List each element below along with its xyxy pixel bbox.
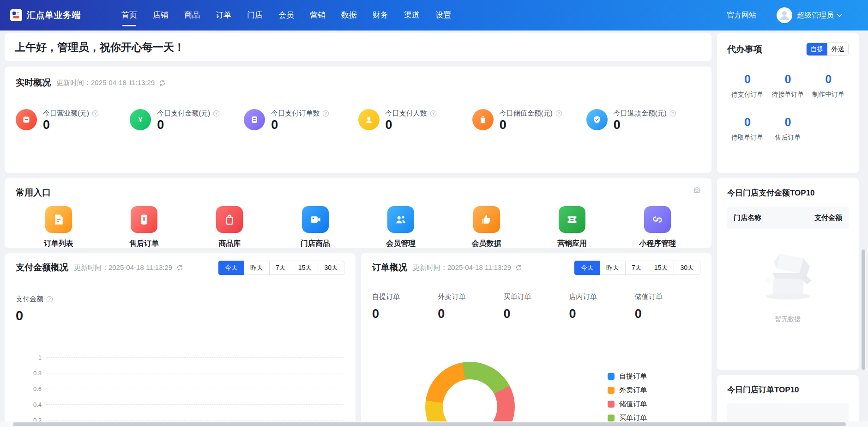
svg-text:?: ? xyxy=(94,111,96,116)
help-icon[interactable]: ? xyxy=(555,110,562,117)
right-sidebar: 代办事项 自提 外送 0待支付订单 0待接单订单 0制作中订单 0待取单订单 0… xyxy=(717,33,859,427)
help-icon[interactable]: ? xyxy=(322,110,329,117)
help-icon[interactable]: ? xyxy=(213,110,220,117)
toggle-delivery[interactable]: 外送 xyxy=(827,43,848,55)
entry-marketing-apps[interactable]: 营销应用 xyxy=(529,206,615,249)
gridline xyxy=(46,389,344,389)
realtime-stats: 今日营业额(元)? 0 ¥ 今日支付金额(元)? 0 今日支付订单数? 0 xyxy=(16,109,700,132)
col-store-name: 门店名称 xyxy=(734,214,761,222)
entry-miniprogram-management[interactable]: 小程序管理 xyxy=(615,206,700,249)
svg-text:?: ? xyxy=(558,111,560,116)
help-icon[interactable]: ? xyxy=(92,110,99,117)
vertical-scrollbar[interactable] xyxy=(862,250,865,370)
thumb-up-icon xyxy=(473,206,500,233)
tab-today[interactable]: 今天 xyxy=(574,261,600,275)
refresh-icon[interactable] xyxy=(158,79,166,87)
stat-value: 0 xyxy=(271,118,278,132)
legend-delivery[interactable]: 外卖订单 xyxy=(608,383,647,397)
menu-item-stores[interactable]: 门店 xyxy=(246,0,264,30)
stat-value: 0 xyxy=(386,118,392,132)
tab-15d[interactable]: 15天 xyxy=(292,261,319,275)
update-time-label: 更新时间： xyxy=(74,263,108,271)
menu-item-marketing[interactable]: 营销 xyxy=(309,0,326,30)
tab-30d[interactable]: 30天 xyxy=(674,261,700,275)
gear-icon[interactable] xyxy=(693,186,701,195)
refresh-icon[interactable] xyxy=(176,264,184,272)
legend-pickup[interactable]: 自提订单 xyxy=(608,369,647,383)
y-tick: 0.4 xyxy=(16,401,46,408)
ticket-icon xyxy=(559,206,585,233)
stat-today-stored-value: 今日储值金额(元)? 0 xyxy=(472,109,586,132)
todo-grid: 0待支付订单 0待接单订单 0制作中订单 0待取单订单 0售后订单 xyxy=(727,73,849,142)
legend-stored[interactable]: 储值订单 xyxy=(608,397,647,411)
help-icon[interactable]: ? xyxy=(46,296,53,303)
gridline xyxy=(46,373,344,373)
svg-text:?: ? xyxy=(432,111,434,116)
bag-icon xyxy=(472,109,494,130)
menu-item-data[interactable]: 数据 xyxy=(340,0,358,30)
todo-toggle: 自提 外送 xyxy=(806,43,849,56)
stat-today-revenue: 今日营业额(元)? 0 xyxy=(16,109,130,132)
entry-member-management[interactable]: 会员管理 xyxy=(358,206,444,249)
menu-item-orders[interactable]: 订单 xyxy=(215,0,232,30)
update-time-value: 2025-04-18 11:13:29 xyxy=(91,79,155,86)
entry-goods-library[interactable]: 商品库 xyxy=(187,206,272,249)
menu-item-channels[interactable]: 渠道 xyxy=(403,0,421,30)
entry-order-list[interactable]: 订单列表 xyxy=(16,206,101,249)
main-menu: 首页 店铺 商品 订单 门店 会员 营销 数据 财务 渠道 设置 xyxy=(121,0,452,30)
section-title: 代办事项 xyxy=(727,43,762,55)
section-title: 今日门店支付金额TOP10 xyxy=(727,188,849,198)
stat-label: 今日支付订单数 xyxy=(271,109,319,118)
chevron-down-icon[interactable] xyxy=(837,13,842,17)
person-icon xyxy=(358,109,380,130)
order-donut-chart xyxy=(425,362,515,427)
horizontal-scrollbar[interactable] xyxy=(13,422,846,426)
entry-aftersale-orders[interactable]: ¥ 售后订单 xyxy=(101,206,187,249)
tab-15d[interactable]: 15天 xyxy=(648,261,675,275)
update-time-value: 2025-04-18 11:13:29 xyxy=(447,263,511,271)
help-icon[interactable]: ? xyxy=(669,110,676,117)
bottom-row: 支付金额概况 更新时间：2025-04-18 11:13:29 今天 昨天 7天… xyxy=(5,253,711,427)
todo-making[interactable]: 0制作中订单 xyxy=(808,73,849,99)
menu-item-shop[interactable]: 店铺 xyxy=(152,0,169,30)
quick-entries-card: 常用入口 订单列表 ¥ 售后订单 商品库 xyxy=(5,178,711,248)
order-overview-card: 订单概况 更新时间：2025-04-18 11:13:29 今天 昨天 7天 1… xyxy=(361,253,711,427)
stat-today-pay-orders: 今日支付订单数? 0 xyxy=(244,109,358,132)
top10-order-card: 今日门店订单TOP10 xyxy=(717,375,859,427)
entry-store-goods[interactable]: 门店商品 xyxy=(272,206,358,249)
top10-pay-card: 今日门店支付金额TOP10 门店名称 支付金额 暂无数据 xyxy=(717,178,859,370)
y-tick: 1 xyxy=(16,354,46,361)
tab-7d[interactable]: 7天 xyxy=(625,261,648,275)
todo-aftersale[interactable]: 0售后订单 xyxy=(768,116,808,142)
menu-item-finance[interactable]: 财务 xyxy=(372,0,389,30)
greeting-card: 上午好，管理员，祝你开心每一天！ xyxy=(5,33,711,61)
metric-value: 0 xyxy=(16,308,344,323)
menu-item-goods[interactable]: 商品 xyxy=(183,0,201,30)
donut-legend: 自提订单 外卖订单 储值订单 买单订单 店内订单 xyxy=(608,369,647,427)
shield-icon xyxy=(586,109,608,130)
current-user[interactable]: 超级管理员 xyxy=(797,11,834,20)
svg-text:¥: ¥ xyxy=(139,116,143,123)
ostat-instore: 店内订单0 xyxy=(569,293,635,321)
tab-today[interactable]: 今天 xyxy=(218,261,244,275)
tab-7d[interactable]: 7天 xyxy=(269,261,292,275)
todo-to-pickup[interactable]: 0待取单订单 xyxy=(727,116,768,142)
tab-30d[interactable]: 30天 xyxy=(318,261,344,275)
tab-yesterday[interactable]: 昨天 xyxy=(600,261,626,275)
store-goods-icon xyxy=(302,206,329,233)
menu-item-home[interactable]: 首页 xyxy=(121,0,138,30)
todo-to-accept[interactable]: 0待接单订单 xyxy=(768,73,808,99)
entry-member-data[interactable]: 会员数据 xyxy=(444,206,529,249)
avatar[interactable] xyxy=(777,7,792,23)
refresh-icon[interactable] xyxy=(515,264,523,272)
menu-item-settings[interactable]: 设置 xyxy=(434,0,452,30)
stat-value: 0 xyxy=(614,118,621,132)
stat-label: 今日退款金额(元) xyxy=(614,109,667,118)
help-icon[interactable]: ? xyxy=(430,110,437,117)
menu-item-members[interactable]: 会员 xyxy=(277,0,295,30)
todo-unpaid[interactable]: 0待支付订单 xyxy=(727,73,768,99)
tab-yesterday[interactable]: 昨天 xyxy=(244,261,270,275)
toggle-pickup[interactable]: 自提 xyxy=(807,43,827,55)
section-title: 订单概况 xyxy=(372,262,407,274)
official-site-link[interactable]: 官方网站 xyxy=(727,11,756,20)
